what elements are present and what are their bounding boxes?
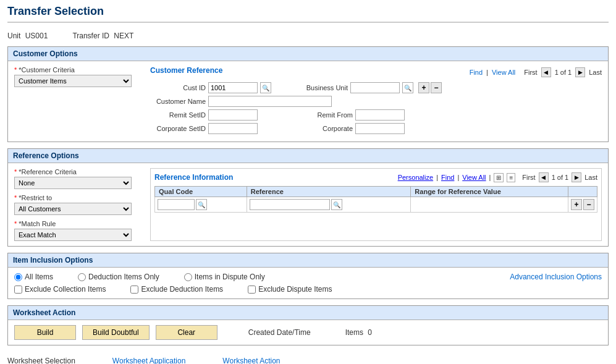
remit-setid-input[interactable] [208,109,258,121]
cust-id-label: Cust ID [150,84,206,91]
corporate-setid-label: Corporate SetID [150,125,206,132]
excl-collection-label: Exclude Collection Items [25,285,106,294]
build-button[interactable]: Build [14,325,76,340]
view-all-link[interactable]: View All [492,69,515,76]
corporate-label: Corporate [297,125,353,132]
remit-from-input[interactable] [355,109,405,121]
excl-deduction-check[interactable] [130,286,138,294]
excl-deduction-label: Exclude Deduction Items [141,285,223,294]
ref-criteria-label: *Reference Criteria [14,168,144,176]
ref-del-btn[interactable]: − [583,199,594,210]
transfer-id-label: Transfer ID [72,32,109,40]
page-title: Transfer Selection [7,5,609,23]
del-row-btn[interactable]: − [431,82,442,93]
items-label: Items [345,328,363,337]
pagination-label: 1 of 1 [555,69,572,76]
ref-find-link[interactable]: Find [441,174,454,181]
cust-id-search-btn[interactable]: 🔍 [260,82,271,93]
reference-options-section: Reference Options *Reference Criteria No… [7,148,609,247]
remit-setid-label: Remit SetID [150,111,206,119]
items-value: 0 [368,328,372,337]
items-container: Items 0 [345,328,372,337]
remit-from-label: Remit From [297,111,353,119]
excl-dispute-label: Exclude Dispute Items [258,285,332,294]
advanced-inclusion-link[interactable]: Advanced Inclusion Options [510,273,602,281]
reference-search-btn[interactable]: 🔍 [331,199,342,210]
footer-ws-action-link[interactable]: Worksheet Action [222,357,280,364]
qual-code-search-btn[interactable]: 🔍 [196,199,207,210]
ref-pagination: 1 of 1 [552,174,569,181]
unit-value: US001 [25,32,48,40]
corporate-setid-input[interactable] [208,123,258,134]
clear-button[interactable]: Clear [156,325,217,340]
reference-table: Qual Code Reference Range for Reference … [154,186,597,213]
ref-next-btn[interactable]: ▶ [572,172,581,182]
col-qual-code: Qual Code [155,187,247,197]
reference-options-header: Reference Options [8,149,608,163]
customer-options-section: Customer Options *Customer Criteria Cust… [7,46,609,142]
match-rule-select[interactable]: Exact Match [14,229,132,241]
deduction-only-radio[interactable] [78,273,86,281]
qual-code-input[interactable] [158,199,195,210]
ref-criteria-select[interactable]: None [14,177,132,189]
restrict-to-label: *Restrict to [14,194,144,201]
footer-ws-selection: Worksheet Selection [7,357,75,364]
dispute-only-radio[interactable] [184,273,192,281]
ref-first-label: First [522,174,535,181]
next-page-btn[interactable]: ▶ [575,67,585,77]
worksheet-action-section: Worksheet Action Build Build Doubtful Cl… [7,305,609,345]
item-inclusion-section: Item Inclusion Options All Items Deducti… [7,253,609,299]
customer-criteria-label: *Customer Criteria [14,66,144,74]
customer-options-header: Customer Options [8,47,608,61]
business-unit-search-btn[interactable]: 🔍 [402,82,413,93]
footer-ws-application-link[interactable]: Worksheet Application [112,357,186,364]
ref-view-all-link[interactable]: View All [462,174,486,181]
cust-id-input[interactable] [208,82,258,93]
col-actions [568,187,597,197]
excl-collection-check[interactable] [14,286,22,294]
corporate-input[interactable] [355,123,405,134]
unit-label: Unit [7,32,20,40]
customer-name-label: Customer Name [150,98,206,105]
created-label: Created Date/Time [248,328,314,337]
dispute-only-label: Items in Dispute Only [195,273,265,281]
table-row: 🔍 🔍 [155,197,597,213]
all-items-radio[interactable] [14,273,22,281]
restrict-to-select[interactable]: All Customers [14,203,132,215]
all-items-label: All Items [25,273,53,281]
customer-name-input[interactable] [208,96,332,107]
customer-criteria-select[interactable]: Customer Items Customers Exact Match [14,75,132,87]
header-row: Unit US001 Transfer ID NEXT [7,28,609,46]
col-reference: Reference [247,187,411,197]
prev-page-btn[interactable]: ◀ [541,67,551,77]
match-rule-label: *Match Rule [14,220,144,227]
transfer-id-value: NEXT [114,32,133,40]
footer-nav: Worksheet Selection Worksheet Applicatio… [7,352,609,364]
col-range: Range for Reference Value [411,187,568,197]
item-inclusion-header: Item Inclusion Options [8,253,608,268]
build-doubtful-button[interactable]: Build Doubtful [82,325,150,340]
business-unit-input[interactable] [350,82,400,93]
excl-dispute-check[interactable] [248,286,256,294]
find-link[interactable]: Find [470,69,483,76]
ref-last-label: Last [584,174,597,181]
worksheet-action-header: Worksheet Action [8,306,608,320]
add-row-btn[interactable]: + [418,82,429,93]
grid-icon[interactable]: ⊞ [494,173,504,182]
range-cell [411,197,568,213]
personalize-link[interactable]: Personalize [398,174,433,181]
business-unit-label: Business Unit [292,84,348,91]
ref-prev-btn[interactable]: ◀ [539,172,549,182]
reference-input[interactable] [250,199,330,210]
customer-reference-subheader: Customer Reference [150,66,222,75]
ref-info-title: Reference Information [154,173,233,182]
ref-add-btn[interactable]: + [571,199,582,210]
deduction-only-label: Deduction Items Only [88,273,159,281]
list-icon[interactable]: ≡ [507,173,515,182]
